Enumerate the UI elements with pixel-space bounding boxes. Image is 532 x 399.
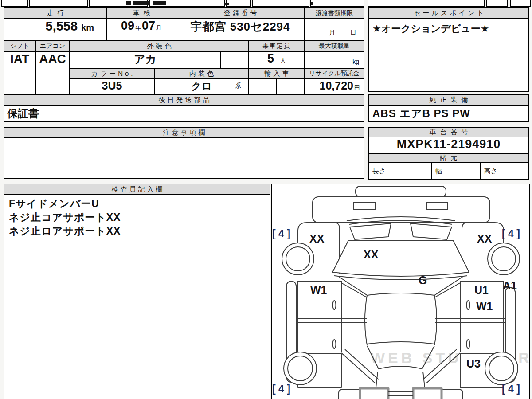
diagram-label: XX xyxy=(309,233,324,244)
aircon-header: エアコン xyxy=(35,40,70,52)
diagram-label: [ 4 ] xyxy=(272,229,290,239)
clipped-text-fragment xyxy=(224,3,229,5)
chassis-header: 車台番号 xyxy=(368,127,529,137)
auction-sheet: 走行 車検 登録番号 譲渡書類期限 5,558 km 09 年 07 月 宇都宮… xyxy=(0,0,532,399)
inspection-month-unit: 月 xyxy=(156,24,162,32)
interior-color-suffix: 系 xyxy=(235,82,241,90)
max-load-header: 最大積載量 xyxy=(304,40,364,52)
clipped-text-fragment xyxy=(126,1,131,5)
spec-height-cell: 高さ xyxy=(480,162,529,180)
later-parts-header: 後日発送部品 xyxy=(4,94,364,106)
clipped-cell xyxy=(1,0,28,7)
mileage-unit: km xyxy=(81,23,94,33)
clipped-text-fragment xyxy=(153,1,166,5)
interior-color-header: 内装色 xyxy=(154,68,249,79)
exterior-color-empty-cell xyxy=(220,51,249,69)
capacity-value-cell: 5 人 xyxy=(248,51,305,69)
clipped-text-fragment xyxy=(311,2,313,5)
inspector-header: 検査員記入欄 xyxy=(4,184,270,195)
diagram-label: W1 xyxy=(310,285,327,296)
registration-value: 宇都宮 530セ2294 xyxy=(190,19,290,35)
interior-color-value: クロ xyxy=(191,79,212,93)
color-no-value-cell: 3U5 xyxy=(69,78,155,95)
diagram-label: G xyxy=(419,275,427,286)
max-load-unit: kg xyxy=(352,58,359,65)
shift-value-cell: IAT xyxy=(4,51,36,95)
inspection-value-cell: 09 年 07 月 xyxy=(106,18,176,41)
inspector-line: ネジ止ロアサポートXX xyxy=(9,224,265,238)
inspection-month: 07 xyxy=(142,19,155,33)
specs-header: 諸元 xyxy=(368,153,529,163)
import-empty-cell-1 xyxy=(248,78,277,95)
recycle-deposit-unit: 円 xyxy=(354,84,360,92)
diagram-label: U1 xyxy=(474,285,489,296)
recycle-deposit-value-cell: 10,720 円 xyxy=(304,78,364,95)
transfer-deadline-cell: 月 日 xyxy=(304,18,364,41)
chassis-value-cell: MXPK11-2194910 xyxy=(368,137,529,154)
diagram-label: [ 4 ] xyxy=(502,384,520,394)
clipped-cell xyxy=(486,0,508,7)
color-no-value: 3U5 xyxy=(102,79,122,92)
interior-color-value-cell: クロ 系 xyxy=(154,78,249,95)
genuine-equipment-header: 純正装備 xyxy=(368,94,529,106)
sales-point-header: セールスポイント xyxy=(368,7,529,19)
recycle-deposit-header: リサイクル預託金 xyxy=(304,68,364,79)
mileage-value: 5,558 xyxy=(46,19,78,34)
import-header: 輸入車 xyxy=(248,68,305,79)
color-no-header: カラーNo. xyxy=(69,68,155,79)
inspector-line: ネジ止コアサポートXX xyxy=(9,211,265,224)
transfer-day-label: 日 xyxy=(350,29,356,37)
diagram-label: A1 xyxy=(503,280,517,291)
clipped-cell xyxy=(368,0,485,7)
aircon-value: AAC xyxy=(39,52,66,66)
registration-value-cell: 宇都宮 530セ2294 xyxy=(176,18,305,41)
exterior-color-value-cell: アカ xyxy=(69,51,221,69)
inspection-header: 車検 xyxy=(106,7,176,19)
mileage-value-cell: 5,558 km xyxy=(4,18,107,41)
genuine-equipment-value: ABS エアB PS PW xyxy=(372,106,470,121)
spec-length-cell: 長さ xyxy=(368,162,432,180)
inspector-notes-cell: FサイドメンバーU ネジ止コアサポートXX ネジ止ロアサポートXX xyxy=(4,194,270,399)
chassis-value: MXPK11-2194910 xyxy=(397,137,501,151)
registration-header: 登録番号 xyxy=(176,7,305,19)
aircon-value-cell: AAC xyxy=(35,51,70,95)
inspection-year-unit: 年 xyxy=(135,24,141,32)
clipped-cell xyxy=(29,0,88,7)
diagram-label: XX xyxy=(477,233,492,244)
genuine-equipment-value-cell: ABS エアB PS PW xyxy=(368,105,529,122)
shift-header: シフト xyxy=(4,40,36,52)
transfer-deadline-header: 譲渡書類期限 xyxy=(304,7,364,19)
later-parts-value: 保証書 xyxy=(7,106,39,121)
inspection-year: 09 xyxy=(121,19,134,33)
car-damage-diagram: WEB STUDIO PRO xyxy=(271,184,530,399)
transfer-month-label: 月 xyxy=(329,29,335,37)
max-load-value-cell: kg xyxy=(304,51,364,69)
inspector-line: FサイドメンバーU xyxy=(9,197,265,211)
exterior-color-value: アカ xyxy=(134,52,156,66)
exterior-color-header: 外装色 xyxy=(69,40,249,52)
clipped-cell xyxy=(310,0,364,7)
capacity-unit: 人 xyxy=(280,57,286,65)
diagram-label: W1 xyxy=(476,301,493,312)
diagram-label: [ 4 ] xyxy=(272,384,290,394)
spec-width-cell: 幅 xyxy=(431,162,481,180)
capacity-header: 乗車定員 xyxy=(248,40,305,52)
recycle-deposit-value: 10,720 xyxy=(320,79,353,92)
later-parts-value-cell: 保証書 xyxy=(4,105,364,122)
clipped-cell xyxy=(510,0,531,7)
notes-value-cell xyxy=(4,137,364,179)
shift-value: IAT xyxy=(10,52,29,66)
diagram-label: [ 4 ] xyxy=(502,229,520,239)
import-empty-cell-2 xyxy=(276,78,305,95)
mileage-header: 走行 xyxy=(4,7,107,19)
capacity-value: 5 xyxy=(267,52,274,66)
diagram-labels-layer: [ 4 ]XXXXXX[ 4 ]GW1U1A1W1U3[ 4 ][ 4 ] xyxy=(272,184,529,399)
notes-header: 注意事項欄 xyxy=(4,127,364,138)
clipped-text-fragment xyxy=(133,1,150,5)
sales-point-value: ★オークションデビュー★ xyxy=(372,23,489,34)
clipped-cell xyxy=(226,0,251,7)
diagram-label: U3 xyxy=(466,358,481,369)
clipped-cell xyxy=(252,0,309,7)
diagram-label: XX xyxy=(364,249,378,260)
sales-point-value-cell: ★オークションデビュー★ xyxy=(368,18,529,92)
